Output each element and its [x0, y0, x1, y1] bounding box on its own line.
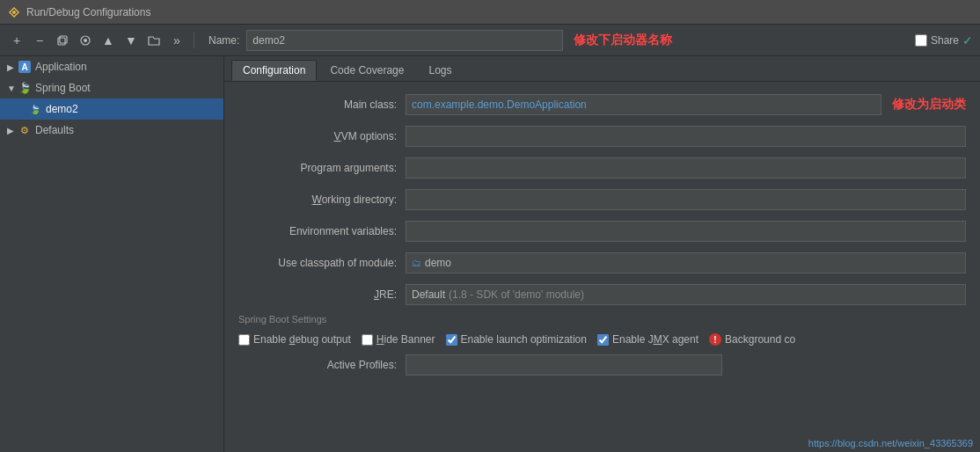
main-class-row: Main class: 修改为启动类 — [238, 92, 966, 117]
sidebar-item-application[interactable]: ▶ A Application — [0, 56, 223, 77]
working-dir-input[interactable] — [406, 189, 966, 210]
jre-default: Default — [412, 288, 445, 301]
app-icon — [7, 5, 21, 19]
svg-rect-3 — [58, 38, 65, 45]
working-dir-label: Working directory: — [238, 193, 406, 206]
checkbox-launch-opt[interactable]: Enable launch optimization — [446, 333, 587, 346]
demo2-label: demo2 — [46, 103, 78, 115]
jmx-checkbox[interactable] — [597, 334, 609, 346]
add-button[interactable]: + — [7, 31, 26, 50]
program-args-label: Program arguments: — [238, 162, 406, 174]
active-profiles-row: Active Profiles: — [238, 354, 966, 375]
settings-checkboxes-row: Enable debug output Hide Banner Enable l… — [238, 330, 966, 349]
titlebar-title: Run/Debug Configurations — [26, 6, 150, 18]
toolbar: + − ▲ ▼ » Name: 修改下启动器名称 Share ✓ — [0, 25, 980, 56]
debug-label: Enable debug output — [253, 333, 351, 346]
share-checkbox[interactable] — [915, 34, 927, 47]
hide-banner-underline: H — [377, 333, 384, 346]
module-icon: 🗂 — [412, 258, 421, 268]
config-content: Main class: 修改为启动类 VVM options: Program … — [224, 82, 980, 452]
arrow-icon: ▼ — [7, 84, 18, 93]
sidebar-item-demo2[interactable]: ▶ 🍃 demo2 — [0, 98, 223, 120]
main-class-annotation: 修改为启动类 — [892, 97, 966, 113]
move-up-button[interactable]: ▲ — [99, 31, 118, 50]
module-value: demo — [425, 257, 451, 269]
jre-selector[interactable]: Default (1.8 - SDK of 'demo' module) — [406, 284, 966, 305]
titlebar: Run/Debug Configurations — [0, 0, 980, 25]
launch-opt-checkbox[interactable] — [446, 334, 457, 346]
sidebar-item-defaults[interactable]: ▶ ⚙ Defaults — [0, 120, 223, 141]
application-icon: A — [18, 60, 32, 74]
demo2-icon: 🍃 — [28, 102, 42, 116]
jre-label: JRE: — [238, 288, 406, 301]
remove-button[interactable]: − — [30, 31, 49, 50]
main-class-input[interactable] — [406, 94, 881, 115]
application-label: Application — [35, 61, 87, 73]
hide-banner-checkbox[interactable] — [362, 334, 373, 346]
working-dir-underline: W — [312, 193, 322, 206]
checkbox-background[interactable]: ! Background co — [709, 333, 795, 346]
jre-row: JRE: Default (1.8 - SDK of 'demo' module… — [238, 282, 966, 307]
checkbox-hide-banner[interactable]: Hide Banner — [362, 333, 435, 346]
tab-configuration[interactable]: Configuration — [231, 60, 317, 81]
vm-options-input[interactable] — [406, 126, 966, 147]
hide-banner-label: Hide Banner — [377, 333, 435, 346]
jmx-m-underline: M — [654, 333, 662, 346]
svg-rect-4 — [60, 36, 67, 43]
vm-options-underline: V — [334, 130, 341, 142]
env-vars-input[interactable] — [406, 221, 966, 242]
tab-logs[interactable]: Logs — [417, 60, 463, 81]
main-class-label: Main class: — [238, 98, 406, 111]
launch-opt-label: Enable launch optimization — [461, 333, 587, 346]
checkmark-icon: ✓ — [962, 33, 973, 47]
name-label: Name: — [208, 34, 239, 47]
jmx-label: Enable JMX agent — [612, 333, 698, 346]
arrow-icon: ▶ — [7, 62, 18, 72]
background-label: Background co — [725, 333, 795, 346]
sidebar: ▶ A Application ▼ 🍃 Spring Boot ▶ 🍃 demo… — [0, 56, 224, 452]
more-button[interactable]: » — [167, 31, 186, 50]
classpath-module-label: Use classpath of module: — [238, 257, 406, 269]
name-input[interactable] — [246, 30, 563, 51]
main-layout: ▶ A Application ▼ 🍃 Spring Boot ▶ 🍃 demo… — [0, 56, 980, 452]
env-vars-row: Environment variables: — [238, 219, 966, 244]
spring-boot-label: Spring Boot — [35, 82, 91, 94]
toolbar-separator — [194, 33, 194, 48]
name-annotation: 修改下启动器名称 — [574, 33, 672, 48]
checkbox-debug[interactable]: Enable debug output — [238, 333, 351, 346]
checkbox-jmx[interactable]: Enable JMX agent — [597, 333, 698, 346]
svg-point-2 — [12, 11, 16, 14]
program-args-input[interactable] — [406, 157, 966, 179]
copy-button[interactable] — [53, 31, 72, 50]
module-selector[interactable]: 🗂 demo — [406, 252, 966, 273]
defaults-icon: ⚙ — [18, 123, 32, 137]
active-profiles-input[interactable] — [406, 354, 722, 375]
vm-options-label: VVM options: — [238, 130, 406, 142]
program-args-row: Program arguments: — [238, 156, 966, 180]
defaults-label: Defaults — [35, 124, 74, 136]
debug-underline: d — [289, 333, 296, 346]
tab-code-coverage[interactable]: Code Coverage — [318, 60, 415, 81]
vm-options-row: VVM options: — [238, 124, 966, 149]
sidebar-item-spring-boot[interactable]: ▼ 🍃 Spring Boot — [0, 77, 223, 98]
arrow-icon: ▶ — [7, 126, 18, 135]
tab-bar: Configuration Code Coverage Logs — [224, 56, 980, 82]
folder-button[interactable] — [144, 31, 164, 50]
spring-boot-icon: 🍃 — [18, 81, 32, 95]
right-panel: Configuration Code Coverage Logs Main cl… — [224, 56, 980, 452]
jre-detail: (1.8 - SDK of 'demo' module) — [449, 288, 584, 301]
edit-templates-button[interactable] — [76, 31, 95, 50]
move-down-button[interactable]: ▼ — [121, 31, 141, 50]
classpath-module-row: Use classpath of module: 🗂 demo — [238, 251, 966, 275]
watermark: https://blog.csdn.net/weixin_43365369 — [808, 438, 973, 448]
env-vars-label: Environment variables: — [238, 225, 406, 237]
share-label: Share — [931, 34, 959, 47]
working-dir-row: Working directory: — [238, 187, 966, 212]
warn-icon: ! — [709, 333, 721, 346]
jre-underline: J — [374, 288, 379, 301]
spring-boot-settings-label: Spring Boot Settings — [238, 314, 966, 324]
debug-checkbox[interactable] — [238, 334, 250, 346]
share-area: Share ✓ — [915, 33, 973, 47]
active-profiles-label: Active Profiles: — [238, 359, 406, 371]
svg-point-6 — [84, 39, 87, 42]
